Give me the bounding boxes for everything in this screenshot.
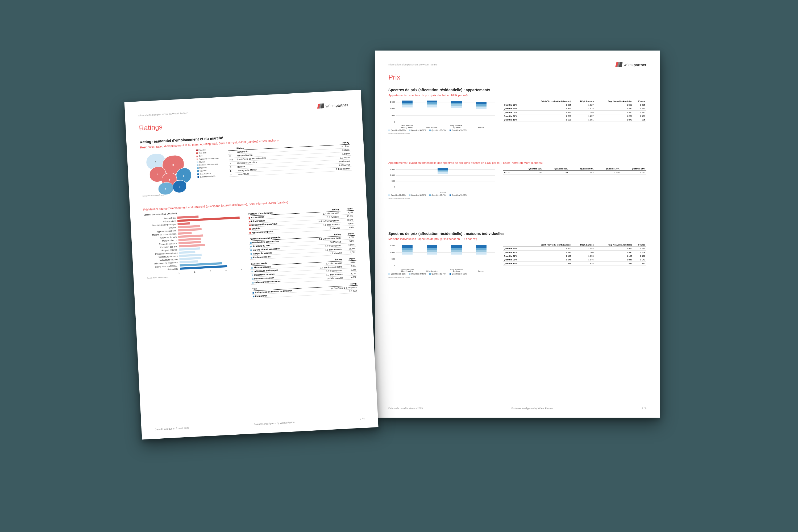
map-legend: ExcellentTrès bienBienSupérieur à la moy… (196, 147, 225, 191)
spectrum-chart-evo: 05001 0001 5002022/2 Quantiles 10-30%Qua… (388, 167, 495, 199)
section-factors: Résidentiel: rating d'emplacement et du … (143, 195, 358, 304)
page-footer: Date de la requête: 6 mars 2023 Business… (155, 417, 365, 431)
chart-legend: Quantiles 10-30%Quantiles 30-50%Quantile… (388, 272, 495, 275)
chart-legend: Quantiles 10-30%Quantiles 30-50%Quantile… (388, 194, 495, 196)
source-note: Source: Wüest Partner France (388, 277, 495, 278)
footer-brand: Business intelligence by Wüest Partner (254, 421, 295, 425)
section-appartements: Spectres de prix (affectation résidentie… (388, 88, 646, 134)
section-evolution: Appartements : évolution trimestrielle d… (388, 159, 646, 199)
price-table-maison: Saint-Pierre-du-Mont (Landes)Dépt. Lande… (503, 243, 646, 265)
logo-icon (616, 62, 622, 68)
brand-bold: partner (335, 103, 348, 108)
price-table-appt: Saint-Pierre-du-Mont (Landes)Dépt. Lande… (503, 99, 646, 122)
sec-subheading: Appartements : spectres de prix (prix d'… (388, 94, 646, 97)
header-note: Informations d'emplacement de Wüest Part… (138, 103, 348, 117)
section-rating-map: Rating résidentiel d'emplacement et du m… (140, 129, 353, 197)
sec-subheading: Appartements : évolution trimestrielle d… (388, 161, 646, 165)
footer-page: 3 / 4 (360, 417, 365, 420)
source-note: Source: Wüest Partner France (388, 198, 495, 199)
brand-bold: partner (633, 63, 646, 67)
page-title: Ratings (139, 123, 163, 132)
footer-date: Date de la requête: 6 mars 2023 (155, 426, 189, 431)
brand-logo: wüestpartner (616, 62, 646, 68)
report-page-ratings: Informations d'emplacement de Wüest Part… (124, 90, 378, 440)
brand-logo: wüestpartner (318, 102, 348, 109)
chart-legend: Quantiles 10-30%Quantiles 30-50%Quantile… (388, 129, 495, 132)
spectrum-chart-maison: 05001 0001 500Saint-Pierre-du-Mont (Land… (388, 243, 495, 278)
brand-light: wüest (326, 103, 336, 108)
section-maisons: Spectres de prix (affectation résidentie… (388, 231, 646, 278)
footer-date: Date de la requête: 6 mars 2023 (388, 407, 423, 410)
sec-subheading: Maisons individuelles : spectres de prix… (388, 237, 646, 241)
price-table-evo: Quantile 10%Quantile 30%Quantile 50%Quan… (503, 167, 646, 174)
region-rating-table: RégionRating1Saint-Perdon4,1 Bien2Mont-d… (228, 141, 352, 177)
logo-icon (318, 103, 324, 109)
page-title: Prix (388, 73, 400, 81)
factor-bar-chart: AccessibilitéInfrastructureStructure dém… (144, 213, 242, 272)
footer-brand: Business intelligence by Wüest Partner (512, 407, 553, 410)
choropleth-map: 4216357 (140, 149, 193, 194)
sec-heading: Spectres de prix (affectation résidentie… (388, 88, 646, 92)
report-page-prix: Informations d'emplacement de Wüest Part… (375, 51, 660, 418)
footer-page: 4 / 6 (642, 407, 646, 410)
source-note: Source: Wüest Partner France (147, 272, 243, 279)
header-note: Informations d'emplacement de Wüest Part… (388, 63, 646, 66)
sec-heading: Spectres de prix (affectation résidentie… (388, 231, 646, 236)
brand-light: wüest (624, 63, 633, 67)
page-footer: Date de la requête: 6 mars 2023 Business… (388, 407, 646, 410)
spectrum-chart-appt: 05001 0001 500Saint-Pierre-du-Mont (Land… (388, 99, 495, 134)
source-note: Source: Wüest Partner France (388, 133, 495, 134)
